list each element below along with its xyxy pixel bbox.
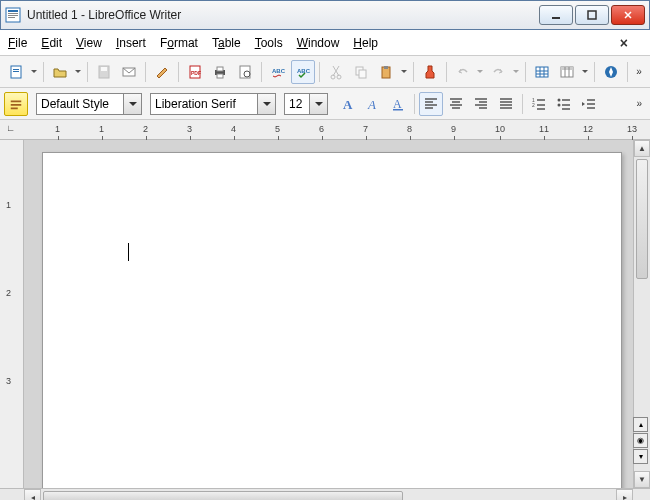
- redo-dropdown[interactable]: [511, 60, 521, 84]
- svg-rect-17: [217, 74, 223, 78]
- ruler-tick: 11: [539, 124, 549, 134]
- svg-point-42: [558, 103, 561, 106]
- menu-table[interactable]: Table: [212, 36, 241, 50]
- menu-insert[interactable]: Insert: [116, 36, 146, 50]
- svg-rect-5: [552, 17, 560, 19]
- new-doc-button[interactable]: [4, 60, 28, 84]
- navigator-button[interactable]: [599, 60, 623, 84]
- ruler-tick: 8: [407, 124, 412, 134]
- open-doc-dropdown[interactable]: [73, 60, 83, 84]
- scroll-left-button[interactable]: ◂: [24, 489, 41, 500]
- svg-text:A: A: [393, 97, 402, 111]
- hscroll-thumb[interactable]: [43, 491, 403, 500]
- cut-button[interactable]: [324, 60, 348, 84]
- align-left-button[interactable]: [419, 92, 443, 116]
- vruler-tick: 3: [6, 376, 11, 386]
- redo-button[interactable]: [486, 60, 510, 84]
- list-numbered-button[interactable]: 12: [527, 92, 551, 116]
- open-doc-button[interactable]: [48, 60, 72, 84]
- ruler-tick: 3: [187, 124, 192, 134]
- svg-rect-4: [8, 17, 15, 18]
- horizontal-ruler[interactable]: ∟ 112345678910111213: [0, 120, 650, 140]
- paste-dropdown[interactable]: [399, 60, 409, 84]
- vertical-ruler[interactable]: 123: [0, 140, 24, 488]
- export-pdf-button[interactable]: PDF: [183, 60, 207, 84]
- undo-dropdown[interactable]: [475, 60, 485, 84]
- font-name-dropdown[interactable]: [257, 94, 275, 114]
- decrease-indent-button[interactable]: [577, 92, 601, 116]
- italic-button[interactable]: A: [361, 92, 385, 116]
- document-page[interactable]: [42, 152, 622, 488]
- underline-button[interactable]: A: [386, 92, 410, 116]
- paragraph-style-combo[interactable]: [36, 93, 142, 115]
- paste-button[interactable]: [374, 60, 398, 84]
- window-close-button[interactable]: [611, 5, 645, 25]
- ruler-tick: 5: [275, 124, 280, 134]
- document-area[interactable]: [24, 140, 633, 488]
- data-sources-button[interactable]: [555, 60, 579, 84]
- edit-doc-button[interactable]: [150, 60, 174, 84]
- styles-button[interactable]: [4, 92, 28, 116]
- print-button[interactable]: [208, 60, 232, 84]
- window-minimize-button[interactable]: [539, 5, 573, 25]
- svg-point-41: [558, 98, 561, 101]
- svg-rect-30: [561, 67, 573, 70]
- scroll-up-button[interactable]: ▲: [634, 140, 650, 157]
- window-maximize-button[interactable]: [575, 5, 609, 25]
- paragraph-style-dropdown[interactable]: [123, 94, 141, 114]
- menu-file[interactable]: File: [8, 36, 27, 50]
- bold-button[interactable]: A: [336, 92, 360, 116]
- insert-table-button[interactable]: [530, 60, 554, 84]
- undo-button[interactable]: [451, 60, 475, 84]
- spell-auto-button[interactable]: ABC: [266, 60, 290, 84]
- svg-rect-9: [13, 71, 19, 72]
- ruler-tick: 9: [451, 124, 456, 134]
- paragraph-style-input[interactable]: [37, 97, 123, 111]
- menu-tools[interactable]: Tools: [255, 36, 283, 50]
- align-justify-button[interactable]: [494, 92, 518, 116]
- nav-prev-icon[interactable]: ▴: [633, 417, 648, 432]
- scroll-down-button[interactable]: ▼: [634, 471, 650, 488]
- data-sources-dropdown[interactable]: [580, 60, 590, 84]
- save-doc-button[interactable]: [92, 60, 116, 84]
- menu-help[interactable]: Help: [353, 36, 378, 50]
- font-name-combo[interactable]: [150, 93, 276, 115]
- align-right-button[interactable]: [469, 92, 493, 116]
- horizontal-scrollbar[interactable]: ◂ ▸: [24, 488, 633, 500]
- vscroll-thumb[interactable]: [636, 159, 648, 279]
- menu-view[interactable]: View: [76, 36, 102, 50]
- font-name-input[interactable]: [151, 97, 257, 111]
- nav-next-icon[interactable]: ▾: [633, 449, 648, 464]
- email-doc-button[interactable]: [117, 60, 141, 84]
- ruler-tick: 10: [495, 124, 505, 134]
- font-size-combo[interactable]: [284, 93, 328, 115]
- menubar: File Edit View Insert Format Table Tools…: [0, 30, 650, 56]
- scroll-right-button[interactable]: ▸: [616, 489, 633, 500]
- ruler-tick: 1: [99, 124, 104, 134]
- format-paintbrush-button[interactable]: [418, 60, 442, 84]
- list-bulleted-button[interactable]: [552, 92, 576, 116]
- align-center-button[interactable]: [444, 92, 468, 116]
- ruler-tick: 13: [627, 124, 637, 134]
- spell-check-button[interactable]: ABC: [291, 60, 315, 84]
- nav-select-icon[interactable]: ◉: [633, 433, 648, 448]
- toolbar-overflow-button[interactable]: »: [632, 66, 646, 77]
- print-preview-button[interactable]: [233, 60, 257, 84]
- font-size-input[interactable]: [285, 97, 309, 111]
- menu-edit[interactable]: Edit: [41, 36, 62, 50]
- svg-rect-3: [8, 15, 18, 16]
- document-close-button[interactable]: ×: [620, 35, 628, 51]
- ruler-tick: 2: [143, 124, 148, 134]
- text-cursor: [128, 243, 129, 261]
- formatting-toolbar: A A A 12 »: [0, 88, 650, 120]
- new-doc-dropdown[interactable]: [29, 60, 39, 84]
- vruler-tick: 1: [6, 200, 11, 210]
- copy-button[interactable]: [349, 60, 373, 84]
- menu-window[interactable]: Window: [297, 36, 340, 50]
- font-size-dropdown[interactable]: [309, 94, 327, 114]
- formatting-overflow-button[interactable]: »: [632, 98, 646, 109]
- svg-text:PDF: PDF: [191, 70, 201, 76]
- svg-text:2: 2: [532, 102, 535, 108]
- svg-rect-11: [101, 67, 107, 71]
- menu-format[interactable]: Format: [160, 36, 198, 50]
